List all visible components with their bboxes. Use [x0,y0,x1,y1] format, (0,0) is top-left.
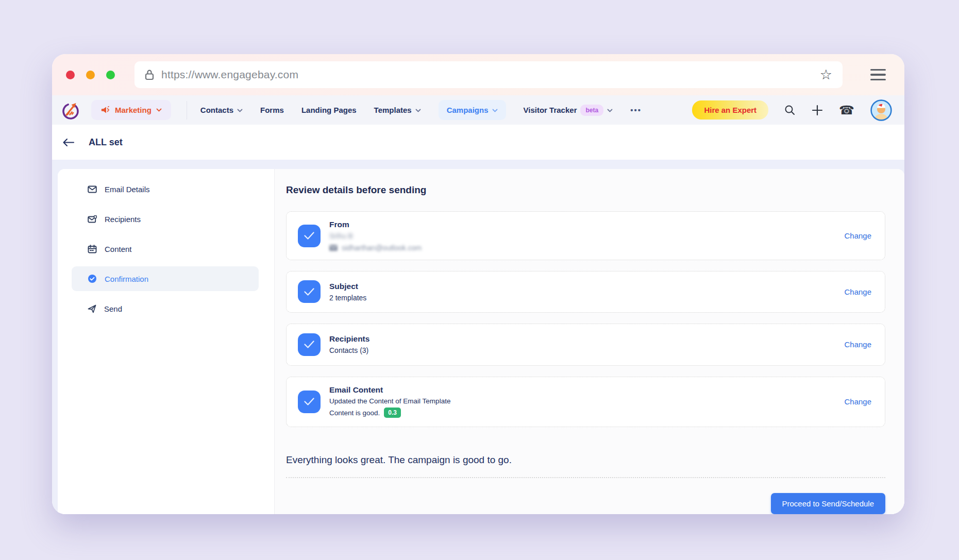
url-text[interactable]: https://www.engagebay.com [161,69,813,81]
megaphone-icon [100,106,110,114]
spam-score-badge: 0.3 [384,408,401,418]
lock-icon [145,69,154,80]
proceed-to-send-schedule-button[interactable]: Proceed to Send/Schedule [771,493,885,514]
change-from-link[interactable]: Change [844,231,871,240]
ellipsis-icon: ••• [630,106,642,114]
summary-text: Everything looks great. The campaign is … [286,454,885,466]
browser-menu-icon[interactable] [870,69,886,81]
nav-divider [187,101,187,120]
sidebar-item-email-details[interactable]: Email Details [72,177,259,201]
search-icon[interactable] [784,105,796,116]
change-subject-link[interactable]: Change [844,287,871,296]
nav-item-templates[interactable]: Templates [374,106,421,114]
email-content-detail: Updated the Content of Email Template [329,397,450,405]
checked-checkbox-icon[interactable] [298,333,321,356]
envelope-icon [329,245,338,251]
review-card-subject: Subject 2 templates Change [286,271,885,312]
review-main: Review details before sending From Srihu… [275,169,904,514]
app-navbar: Marketing Contacts Forms Landing Pages T… [52,95,904,125]
traffic-lights [66,71,115,79]
card-title: Recipients [329,334,369,344]
card-title: Email Content [329,385,450,395]
maximize-window-icon[interactable] [106,71,115,79]
chevron-down-icon [492,109,498,112]
content-area: Email Details Recipients Content [52,160,904,514]
recipients-detail: Contacts (3) [329,346,369,354]
bookmark-star-icon[interactable]: ☆ [820,68,832,82]
footer-actions: Proceed to Send/Schedule [286,493,885,514]
add-plus-icon[interactable] [812,105,823,116]
nav-item-landing-pages[interactable]: Landing Pages [301,106,357,114]
sidebar-item-confirmation[interactable]: Confirmation [72,266,259,291]
footer-divider [286,477,885,478]
card-body: Subject 2 templates [329,282,366,302]
card-title: Subject [329,282,366,291]
sidebar-item-send[interactable]: Send [72,296,259,321]
url-bar[interactable]: https://www.engagebay.com ☆ [134,61,843,88]
chevron-down-icon [156,108,162,112]
browser-window: https://www.engagebay.com ☆ Marketing [52,54,904,514]
checked-checkbox-icon[interactable] [298,280,321,303]
module-label: Marketing [115,106,152,114]
user-avatar[interactable] [870,99,892,121]
nav-item-visitor-tracker[interactable]: Visitor Tracker beta [524,105,613,116]
chevron-down-icon [415,109,421,112]
checked-checkbox-icon[interactable] [298,225,321,247]
review-card-email-content: Email Content Updated the Content of Ema… [286,377,885,427]
phone-icon[interactable]: ☎ [839,104,854,116]
checked-checkbox-icon[interactable] [298,391,321,413]
envelope-user-icon [88,215,97,223]
nav-right-tools: Hire an Expert ☎ [692,99,892,121]
change-recipients-link[interactable]: Change [844,340,871,349]
steps-sidebar: Email Details Recipients Content [58,169,275,514]
module-selector-marketing[interactable]: Marketing [91,100,171,120]
review-title: Review details before sending [286,184,885,196]
subject-detail: 2 templates [329,294,366,302]
nav-item-forms[interactable]: Forms [260,106,284,114]
check-circle-icon [88,274,97,283]
nav-item-campaigns[interactable]: Campaigns [439,100,506,120]
nav-items: Contacts Forms Landing Pages Templates C… [200,100,642,120]
content-good-note: Content is good. [329,409,380,417]
chevron-down-icon [607,109,613,112]
email-content-note-row: Content is good.0.3 [329,408,450,418]
hire-an-expert-button[interactable]: Hire an Expert [692,100,768,120]
card-body: Email Content Updated the Content of Ema… [329,385,450,418]
back-arrow-icon[interactable] [62,138,75,147]
page-header: ALL set [52,125,904,160]
page-title: ALL set [89,137,123,148]
review-card-recipients: Recipients Contacts (3) Change [286,324,885,366]
content-panel: Email Details Recipients Content [58,169,904,514]
nav-item-contacts[interactable]: Contacts [200,106,243,114]
review-card-from: From Srihu B sidharthan@outlook.com Chan… [286,211,885,260]
beta-badge: beta [580,105,603,116]
envelope-icon [88,185,97,193]
send-plane-icon [88,304,96,313]
sidebar-item-content[interactable]: Content [72,236,259,261]
minimize-window-icon[interactable] [86,71,95,79]
chevron-down-icon [237,109,243,112]
card-body: From Srihu B sidharthan@outlook.com [329,220,422,252]
engagebay-logo-icon[interactable] [60,100,81,121]
calendar-icon [88,245,97,253]
sender-name-blurred: Srihu B [329,232,422,240]
sender-email-row: sidharthan@outlook.com [329,244,422,252]
sender-email-blurred: sidharthan@outlook.com [342,244,422,252]
sidebar-item-recipients[interactable]: Recipients [72,207,259,231]
browser-topbar: https://www.engagebay.com ☆ [52,54,904,95]
change-email-content-link[interactable]: Change [844,397,871,406]
card-title: From [329,220,422,229]
close-window-icon[interactable] [66,71,75,79]
card-body: Recipients Contacts (3) [329,334,369,354]
nav-more-button[interactable]: ••• [630,106,642,114]
